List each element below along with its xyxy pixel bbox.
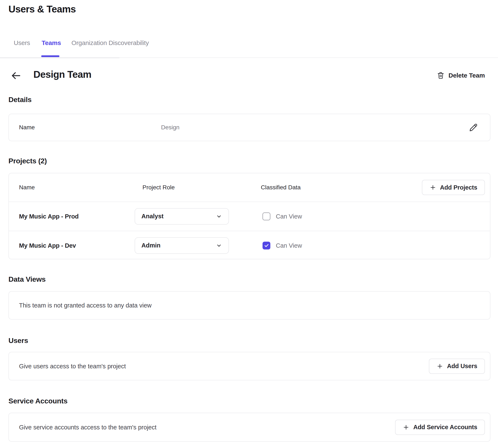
users-teams-page: Users & Teams Users Teams Organization D… (0, 0, 498, 448)
name-label: Name (19, 124, 35, 131)
classified-data-cell: Can View (262, 212, 302, 220)
service-accounts-description: Give service accounts access to the team… (19, 424, 156, 431)
chevron-down-icon (216, 213, 222, 220)
tabs-divider-segment (0, 58, 119, 58)
back-button[interactable] (10, 70, 22, 81)
service-accounts-card: Give service accounts access to the team… (8, 413, 490, 442)
project-name: My Music App - Dev (19, 242, 76, 249)
can-view-label: Can View (276, 213, 302, 220)
service-accounts-heading: Service Accounts (8, 397, 67, 405)
details-heading: Details (8, 96, 32, 104)
project-row-dev: My Music App - Dev Admin Can View (9, 231, 490, 260)
add-projects-label: Add Projects (440, 184, 477, 191)
data-views-empty-text: This team is not granted access to any d… (19, 302, 152, 309)
can-view-checkbox-checked[interactable] (262, 241, 270, 249)
active-tab-indicator (41, 55, 59, 57)
project-row-prod: My Music App - Prod Analyst Can View (9, 202, 490, 231)
team-title: Design Team (33, 69, 91, 80)
projects-card: Name Project Role Classified Data Add Pr… (8, 173, 490, 259)
arrow-left-icon (10, 70, 22, 81)
column-header-name: Name (19, 184, 35, 191)
plus-icon (403, 424, 409, 431)
project-role-select-prod[interactable]: Analyst (135, 208, 229, 225)
page-title: Users & Teams (8, 3, 76, 15)
plus-icon (430, 184, 436, 191)
column-header-classified-data: Classified Data (261, 184, 301, 191)
users-card: Give users access to the team's project … (8, 352, 490, 380)
projects-heading: Projects (2) (8, 157, 47, 165)
chevron-down-icon (216, 242, 222, 249)
project-name: My Music App - Prod (19, 213, 79, 220)
users-description: Give users access to the team's project (19, 363, 126, 370)
tab-teams[interactable]: Teams (42, 39, 61, 47)
add-users-label: Add Users (447, 363, 477, 370)
data-views-card: This team is not granted access to any d… (8, 291, 490, 320)
plus-icon (436, 363, 443, 370)
column-header-project-role: Project Role (143, 184, 175, 191)
selected-role: Analyst (141, 213, 164, 220)
add-users-button[interactable]: Add Users (429, 359, 485, 374)
selected-role: Admin (141, 242, 161, 249)
project-role-select-dev[interactable]: Admin (135, 237, 229, 254)
can-view-checkbox-unchecked[interactable] (262, 212, 270, 220)
add-service-accounts-label: Add Service Accounts (413, 424, 477, 431)
team-name-value: Design (161, 124, 179, 131)
data-views-heading: Data Views (8, 275, 46, 283)
pencil-icon (469, 123, 478, 132)
edit-name-button[interactable] (469, 123, 478, 132)
classified-data-cell: Can View (262, 241, 302, 249)
users-heading: Users (8, 336, 28, 345)
delete-team-label: Delete Team (449, 72, 485, 79)
tab-bar: Users Teams Organization Discoverability (0, 39, 498, 59)
delete-team-button[interactable]: Delete Team (437, 70, 485, 81)
check-icon (264, 243, 269, 248)
projects-table-header: Name Project Role Classified Data Add Pr… (9, 173, 490, 202)
add-service-accounts-button[interactable]: Add Service Accounts (395, 420, 485, 435)
tab-organization-discoverability[interactable]: Organization Discoverability (71, 39, 149, 47)
add-projects-button[interactable]: Add Projects (422, 180, 485, 195)
tab-users[interactable]: Users (14, 39, 30, 47)
can-view-label: Can View (276, 242, 302, 249)
details-card: Name Design (8, 114, 490, 141)
trash-icon (437, 71, 445, 80)
